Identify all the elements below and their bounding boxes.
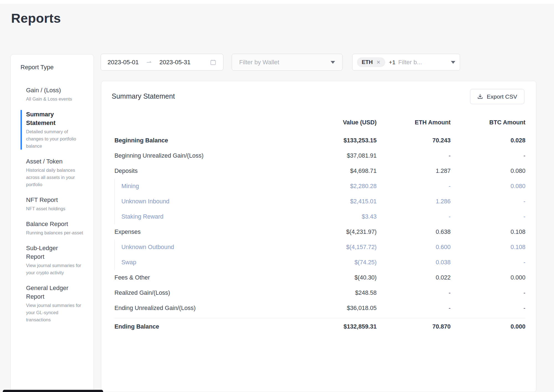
sidebar-item-gain-loss[interactable]: Gain / (Loss)All Gain & Loss events: [21, 86, 93, 103]
close-icon[interactable]: ✕: [376, 59, 381, 65]
cell-btc-amount: -: [451, 305, 525, 312]
cell-label: Beginning Unrealized Gain/(Loss): [114, 152, 293, 159]
cell-btc-amount: 0.000: [451, 274, 525, 281]
sidebar-item-label: General Ledger Report: [26, 284, 76, 301]
date-start-value[interactable]: 2023-05-01: [108, 59, 139, 66]
summary-table: Value (USD) ETH Amount BTC Amount Beginn…: [114, 116, 525, 335]
bottom-overlay-bar: [3, 390, 103, 392]
sidebar-item-label: Asset / Token: [26, 157, 76, 166]
date-end-value[interactable]: 2023-05-31: [159, 59, 191, 66]
asset-chip-eth[interactable]: ETH ✕: [357, 57, 385, 67]
cell-value-usd: $4,698.71: [293, 168, 377, 175]
cell-value-usd: $(40.30): [293, 274, 377, 281]
sidebar-item-description: NFT asset holdings: [26, 205, 83, 212]
cell-value-usd: $(74.25): [293, 259, 377, 266]
download-icon: [477, 94, 483, 99]
cell-btc-amount: -: [451, 152, 525, 159]
date-range-picker[interactable]: 2023-05-01 ⇀ 2023-05-31: [101, 54, 223, 71]
sidebar-item-label: Summary Statement: [26, 110, 76, 127]
export-csv-button[interactable]: Export CSV: [470, 89, 524, 104]
table-row: Ending Balance$132,859.3170.8700.000: [114, 318, 525, 335]
sidebar-item-nft-report[interactable]: NFT ReportNFT asset holdings: [21, 196, 93, 212]
calendar-icon[interactable]: [210, 59, 216, 66]
cell-label: Mining: [115, 183, 293, 190]
cell-btc-amount: 0.080: [451, 168, 525, 175]
cell-value-usd: $2,415.01: [293, 198, 377, 205]
sidebar-item-balance-report[interactable]: Balance ReportRunning balances per-asset: [21, 220, 93, 236]
cell-label: Ending Unrealized Gain/(Loss): [114, 305, 293, 312]
table-subrow: Unknown Inbound$2,415.011.286-: [115, 194, 525, 209]
cell-eth-amount: -: [377, 213, 451, 220]
cell-eth-amount: 70.243: [377, 137, 451, 144]
cell-label: Realized Gain/(Loss): [114, 289, 293, 296]
sidebar-heading: Report Type: [21, 64, 93, 71]
cell-eth-amount: 0.638: [377, 229, 451, 235]
page-title: Reports: [11, 11, 61, 26]
cell-btc-amount: -: [451, 289, 525, 296]
sidebar-item-label: Balance Report: [26, 220, 76, 228]
table-row: Fees & Other$(40.30)0.0220.000: [114, 270, 525, 285]
table-row: Deposits$4,698.711.2870.080: [114, 163, 525, 179]
cell-label: Ending Balance: [114, 323, 293, 330]
asset-filter-select[interactable]: ETH ✕ +1 Filter b...: [352, 54, 460, 71]
card-title: Summary Statement: [112, 92, 524, 100]
sidebar-item-asset-token[interactable]: Asset / TokenHistorical daily balances a…: [21, 157, 93, 188]
table-row: Realized Gain/(Loss)$248.58--: [114, 285, 525, 301]
cell-eth-amount: 0.600: [377, 244, 451, 251]
cell-eth-amount: -: [377, 152, 451, 159]
date-range-arrow-icon: ⇀: [147, 59, 152, 66]
top-strip: [0, 0, 554, 4]
table-header-row: Value (USD) ETH Amount BTC Amount: [114, 116, 525, 129]
cell-btc-amount: 0.000: [451, 323, 525, 330]
cell-value-usd: $37,081.91: [293, 152, 377, 159]
cell-value-usd: $2,280.28: [293, 183, 377, 190]
cell-btc-amount: 0.080: [451, 183, 525, 190]
cell-btc-amount: -: [451, 213, 525, 220]
export-csv-label: Export CSV: [487, 93, 517, 100]
table-body: Beginning Balance$133,253.1570.2430.028B…: [114, 133, 525, 335]
report-type-sidebar: Report Type Gain / (Loss)All Gain & Loss…: [11, 54, 94, 392]
cell-eth-amount: 70.870: [377, 323, 451, 330]
sidebar-item-description: All Gain & Loss events: [26, 95, 83, 103]
cell-value-usd: $(4,231.97): [293, 229, 377, 235]
header-eth-amount: ETH Amount: [377, 119, 451, 126]
table-subrow-group: Mining$2,280.28-0.080Unknown Inbound$2,4…: [114, 179, 525, 224]
sidebar-item-general-ledger-report[interactable]: General Ledger ReportView journal summar…: [21, 284, 93, 323]
table-subrow: Swap$(74.25)0.038-: [115, 255, 525, 270]
sidebar-item-description: Running balances per-asset: [26, 229, 83, 236]
sidebar-item-sub-ledger-report[interactable]: Sub-Ledger ReportView journal summaries …: [21, 244, 93, 276]
wallet-filter-placeholder: Filter by Wallet: [239, 59, 279, 66]
table-row: Beginning Unrealized Gain/(Loss)$37,081.…: [114, 148, 525, 163]
cell-btc-amount: -: [451, 198, 525, 205]
cell-btc-amount: 0.028: [451, 137, 525, 144]
sidebar-item-summary-statement[interactable]: Summary StatementDetailed summary of cha…: [21, 110, 93, 150]
wallet-filter-select[interactable]: Filter by Wallet: [232, 54, 343, 71]
cell-value-usd: $133,253.15: [293, 137, 377, 144]
header-value-usd: Value (USD): [293, 119, 377, 126]
cell-label: Swap: [115, 259, 293, 266]
cell-btc-amount: -: [451, 259, 525, 266]
summary-statement-card: Summary Statement Export CSV Value (USD)…: [101, 81, 536, 392]
cell-btc-amount: 0.108: [451, 244, 525, 251]
table-subrow-group: Unknown Outbound$(4,157.72)0.6000.108Swa…: [114, 240, 525, 270]
cell-label: Staking Reward: [115, 213, 293, 220]
cell-label: Fees & Other: [114, 274, 293, 281]
cell-value-usd: $248.58: [293, 289, 377, 296]
table-subrow: Mining$2,280.28-0.080: [115, 179, 525, 194]
table-subrow: Unknown Outbound$(4,157.72)0.6000.108: [115, 240, 525, 255]
cell-label: Unknown Outbound: [115, 244, 293, 251]
sidebar-item-description: Detailed summary of changes to your port…: [26, 128, 83, 150]
sidebar-item-description: View journal summaries for your crypto a…: [26, 262, 83, 276]
sidebar-item-label: NFT Report: [26, 196, 76, 204]
table-subrow: Staking Reward$3.43--: [115, 209, 525, 224]
cell-eth-amount: -: [377, 305, 451, 312]
cell-label: Beginning Balance: [114, 137, 293, 144]
cell-eth-amount: 0.038: [377, 259, 451, 266]
cell-eth-amount: -: [377, 183, 451, 190]
table-row: Expenses$(4,231.97)0.6380.108: [114, 224, 525, 240]
table-row: Ending Unrealized Gain/(Loss)$36,018.05-…: [114, 301, 525, 316]
card-header: Summary Statement Export CSV: [101, 81, 536, 100]
header-btc-amount: BTC Amount: [451, 119, 525, 126]
cell-value-usd: $(4,157.72): [293, 244, 377, 251]
cell-eth-amount: 1.286: [377, 198, 451, 205]
